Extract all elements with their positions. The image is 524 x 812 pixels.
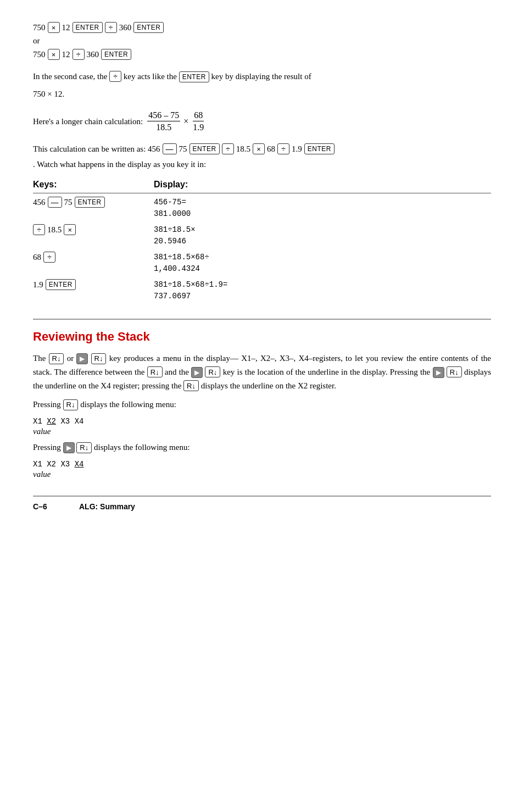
pressing-text1: Pressing bbox=[33, 400, 63, 409]
menu1-x3x4: X3 X4 bbox=[56, 417, 83, 426]
table-row: ÷ 18.5 × 381÷18.5× 20.5946 bbox=[33, 221, 491, 248]
div-key-4[interactable]: ÷ bbox=[277, 143, 289, 154]
shift-key-2[interactable]: ▶ bbox=[191, 367, 203, 378]
div-key-6[interactable]: ÷ bbox=[43, 252, 55, 263]
display-cell-2: 381÷18.5× 20.5946 bbox=[154, 221, 491, 248]
val-360: 360 bbox=[119, 23, 132, 32]
val-68: 68 bbox=[267, 142, 275, 155]
val-750b: 750 bbox=[33, 50, 46, 59]
footer-title: ALG: Summary bbox=[79, 502, 135, 511]
display-line3b: 1,400.4324 bbox=[154, 263, 491, 275]
key-1_9: 1.9 bbox=[33, 280, 43, 290]
right-fraction-den: 1.9 bbox=[192, 121, 205, 132]
val-750: 750 bbox=[33, 23, 46, 32]
main-fraction: 456 – 75 18.5 bbox=[147, 110, 180, 132]
rl-key-1[interactable]: R↓ bbox=[49, 353, 64, 364]
footer-page: C–6 bbox=[33, 502, 66, 511]
pressing-text2: displays the following menu: bbox=[80, 400, 176, 409]
keys-cell-1: 456 — 75 ENTER bbox=[33, 193, 154, 221]
enter-key-5[interactable]: ENTER bbox=[304, 143, 335, 154]
div-key-1[interactable]: ÷ bbox=[105, 22, 117, 33]
display-cell-1: 456-75= 381.0000 bbox=[154, 193, 491, 221]
para1-or: or bbox=[67, 354, 77, 363]
table-row: 456 — 75 ENTER 456-75= 381.0000 bbox=[33, 193, 491, 221]
val-75: 75 bbox=[179, 142, 187, 155]
and-the: and the bbox=[165, 368, 191, 376]
result-expr: 750 × 12. bbox=[33, 87, 491, 101]
times-key-1[interactable]: × bbox=[48, 22, 60, 33]
div-key-3[interactable]: ÷ bbox=[222, 143, 234, 154]
reviewing-section: Reviewing the Stack The R↓ or ▶ R↓ key p… bbox=[33, 330, 491, 479]
rl-key-5[interactable]: R↓ bbox=[447, 366, 462, 377]
table-row: 1.9 ENTER 381÷18.5×68÷1.9= 737.0697 bbox=[33, 276, 491, 303]
div-key-inline[interactable]: ÷ bbox=[109, 71, 121, 82]
div-key-5[interactable]: ÷ bbox=[33, 224, 45, 235]
exp-text3: key by displaying the result of bbox=[211, 72, 311, 81]
menu2-x1x2x3: X1 X2 X3 bbox=[33, 460, 75, 469]
pressing-line2: Pressing ▶ R↓ displays the following men… bbox=[33, 441, 491, 454]
key-456: 456 bbox=[33, 198, 46, 207]
section-heading: Reviewing the Stack bbox=[33, 330, 491, 344]
key-75: 75 bbox=[64, 198, 73, 207]
times-key-4[interactable]: × bbox=[64, 224, 76, 235]
col-keys-header: Keys: bbox=[33, 180, 154, 193]
para1-text3: key is the location of the underline in … bbox=[223, 368, 433, 376]
enter-key-7[interactable]: ENTER bbox=[46, 279, 76, 290]
key-68: 68 bbox=[33, 253, 41, 262]
display-cell-3: 381÷18.5×68÷ 1,400.4324 bbox=[154, 248, 491, 276]
page: 750 × 12 ENTER ÷ 360 ENTER or 750 × 12 ÷… bbox=[0, 0, 524, 533]
right-fraction: 68 1.9 bbox=[192, 110, 205, 132]
menu2-x4: X4 bbox=[75, 460, 84, 469]
shift-key-1[interactable]: ▶ bbox=[76, 353, 88, 364]
enter-key-inline[interactable]: ENTER bbox=[179, 71, 209, 82]
para1-text5: displays the underline on the X2 registe… bbox=[201, 381, 336, 390]
keys-cell-3: 68 ÷ bbox=[33, 248, 154, 276]
enter-key-4[interactable]: ENTER bbox=[189, 143, 220, 154]
div-key-2[interactable]: ÷ bbox=[73, 49, 85, 60]
or-label: or bbox=[33, 36, 491, 46]
minus-key-1[interactable]: — bbox=[163, 143, 177, 154]
rl-key-3[interactable]: R↓ bbox=[147, 366, 163, 377]
enter-key-6[interactable]: ENTER bbox=[75, 197, 105, 208]
minus-key-2[interactable]: — bbox=[48, 197, 62, 208]
rl-key-8[interactable]: R↓ bbox=[76, 442, 92, 453]
display-line4a: 381÷18.5×68÷1.9= bbox=[154, 279, 491, 291]
display-cell-4: 381÷18.5×68÷1.9= 737.0697 bbox=[154, 276, 491, 303]
exp-text2: key acts like the bbox=[124, 72, 179, 81]
result-text: 750 × 12. bbox=[33, 90, 64, 98]
calc-table: Keys: Display: 456 — 75 ENTER 456-75= 38… bbox=[33, 180, 491, 303]
menu1-x2: X2 bbox=[47, 417, 56, 426]
menu1-x1: X1 bbox=[33, 417, 47, 426]
times-key-3[interactable]: × bbox=[253, 143, 265, 154]
keys-cell-2: ÷ 18.5 × bbox=[33, 221, 154, 248]
shift-key-4[interactable]: ▶ bbox=[63, 442, 75, 453]
val-360b: 360 bbox=[87, 50, 99, 59]
table-row: 68 ÷ 381÷18.5×68÷ 1,400.4324 bbox=[33, 248, 491, 276]
rl-key-2[interactable]: R↓ bbox=[91, 353, 107, 364]
enter-key-1[interactable]: ENTER bbox=[73, 22, 103, 33]
enter-key-2[interactable]: ENTER bbox=[133, 22, 164, 33]
footer: C–6 ALG: Summary bbox=[33, 496, 491, 511]
menu2-value: value bbox=[33, 470, 491, 479]
rl-key-4[interactable]: R↓ bbox=[205, 366, 220, 377]
line2: 750 × 12 ÷ 360 ENTER bbox=[33, 49, 491, 60]
pressing-line1: Pressing R↓ displays the following menu: bbox=[33, 398, 491, 411]
display-line2a: 381÷18.5× bbox=[154, 224, 491, 236]
times-key-2[interactable]: × bbox=[48, 49, 60, 60]
top-section: 750 × 12 ENTER ÷ 360 ENTER or 750 × 12 ÷… bbox=[33, 22, 491, 60]
calc-written-line: This calculation can be written as: 456 … bbox=[33, 142, 491, 155]
val-18_5: 18.5 bbox=[236, 142, 250, 155]
enter-key-3[interactable]: ENTER bbox=[101, 49, 131, 60]
shift-key-3[interactable]: ▶ bbox=[433, 367, 444, 378]
display-line1b: 381.0000 bbox=[154, 208, 491, 220]
line1: 750 × 12 ENTER ÷ 360 ENTER bbox=[33, 22, 491, 33]
display-line4b: 737.0697 bbox=[154, 291, 491, 302]
formula-line: Here's a longer chain calculation: 456 –… bbox=[33, 110, 491, 132]
keys-cell-4: 1.9 ENTER bbox=[33, 276, 154, 303]
fraction-numerator: 456 – 75 bbox=[147, 110, 180, 121]
rl-key-7[interactable]: R↓ bbox=[63, 399, 79, 410]
key-18_5: 18.5 bbox=[47, 225, 62, 235]
rl-key-6[interactable]: R↓ bbox=[183, 380, 199, 391]
fraction-denominator: 18.5 bbox=[155, 121, 172, 132]
chain-intro: Here's a longer chain calculation: bbox=[33, 117, 143, 126]
